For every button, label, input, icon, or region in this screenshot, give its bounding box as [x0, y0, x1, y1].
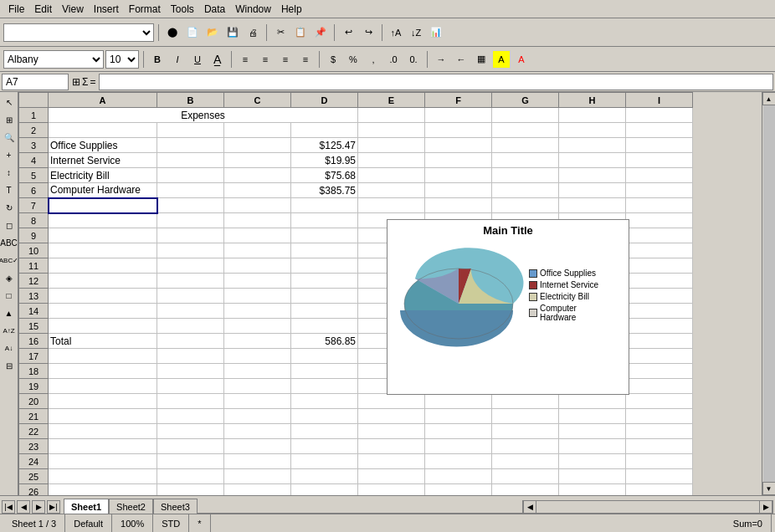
- bold-button[interactable]: B: [148, 50, 167, 69]
- cell-10-D[interactable]: [291, 243, 358, 258]
- cell-24-E[interactable]: [358, 454, 425, 469]
- cell-16-A[interactable]: Total: [49, 334, 157, 349]
- tool-group[interactable]: ◈: [1, 269, 18, 286]
- scroll-left-button[interactable]: ◀: [523, 500, 536, 514]
- style-combo[interactable]: [3, 23, 154, 42]
- cell-17-C[interactable]: [224, 349, 291, 364]
- cell-19-I[interactable]: [626, 379, 693, 394]
- cell-2-C[interactable]: [224, 123, 291, 138]
- cell-6-F[interactable]: [425, 183, 492, 198]
- cell-14-A[interactable]: [49, 304, 157, 319]
- cell-11-I[interactable]: [626, 258, 693, 274]
- cell-25-F[interactable]: [425, 469, 492, 484]
- cell-11-C[interactable]: [224, 258, 291, 274]
- cell-16-D[interactable]: 586.85: [291, 334, 358, 349]
- col-header-c[interactable]: C: [224, 93, 291, 108]
- cell-24-F[interactable]: [425, 454, 492, 469]
- cell-19-C[interactable]: [224, 379, 291, 394]
- formula-input[interactable]: [99, 74, 773, 90]
- col-header-e[interactable]: E: [358, 93, 425, 108]
- cell-11-D[interactable]: [291, 258, 358, 274]
- cell-20-I[interactable]: [626, 394, 693, 409]
- menu-help[interactable]: Help: [276, 2, 307, 17]
- cell-21-H[interactable]: [559, 409, 626, 424]
- cell-26-A[interactable]: [49, 484, 157, 496]
- cell-4-C[interactable]: [224, 153, 291, 168]
- cell-4-G[interactable]: [492, 153, 559, 168]
- comma-button[interactable]: ,: [364, 50, 382, 69]
- indent-decrease-button[interactable]: ←: [452, 50, 470, 69]
- cell-7-C[interactable]: [224, 198, 291, 213]
- menu-insert[interactable]: Insert: [89, 2, 124, 17]
- increase-decimal-button[interactable]: .0: [384, 50, 403, 69]
- cell-4-H[interactable]: [559, 153, 626, 168]
- cell-26-C[interactable]: [224, 484, 291, 496]
- tool-za[interactable]: A↓: [1, 340, 18, 356]
- cell-21-D[interactable]: [291, 409, 358, 424]
- indent-increase-button[interactable]: →: [432, 50, 450, 69]
- cell-22-C[interactable]: [224, 424, 291, 439]
- cell-3-H[interactable]: [559, 138, 626, 153]
- menu-format[interactable]: Format: [124, 2, 166, 17]
- menu-tools[interactable]: Tools: [166, 2, 199, 17]
- cell-23-A[interactable]: [49, 439, 157, 454]
- font-color-button[interactable]: A: [512, 50, 531, 69]
- tool-rotate[interactable]: ↻: [1, 199, 18, 216]
- toolbar-new-btn[interactable]: 📄: [183, 23, 202, 42]
- cell-24-A[interactable]: [49, 454, 157, 469]
- cell-5-F[interactable]: [425, 168, 492, 183]
- tool-zoom[interactable]: 🔍: [1, 129, 18, 146]
- scroll-right-button[interactable]: ▶: [759, 500, 772, 514]
- sheet-tab-1[interactable]: Sheet1: [64, 499, 109, 514]
- justify-button[interactable]: ≡: [296, 50, 315, 69]
- cell-26-H[interactable]: [559, 484, 626, 496]
- cell-2-F[interactable]: [425, 123, 492, 138]
- cell-26-I[interactable]: [626, 484, 693, 496]
- vertical-scrollbar[interactable]: ▲ ▼: [762, 92, 775, 495]
- cell-3-C[interactable]: [224, 138, 291, 153]
- underline-button[interactable]: U: [188, 50, 207, 69]
- cell-3-A[interactable]: Office Supplies: [49, 138, 157, 153]
- cell-15-B[interactable]: [157, 319, 224, 334]
- tool-cursor[interactable]: ↕: [1, 164, 18, 181]
- cell-18-C[interactable]: [224, 364, 291, 379]
- cell-21-E[interactable]: [358, 409, 425, 424]
- cell-22-H[interactable]: [559, 424, 626, 439]
- cell-5-H[interactable]: [559, 168, 626, 183]
- scroll-down-button[interactable]: ▼: [762, 482, 776, 495]
- cell-6-D[interactable]: $385.75: [291, 183, 358, 198]
- strikethrough-button[interactable]: A̲: [208, 50, 227, 69]
- cell-12-D[interactable]: [291, 274, 358, 289]
- toolbar-sort-asc-btn[interactable]: ↑A: [387, 23, 405, 42]
- horizontal-scrollbar[interactable]: ◀ ▶: [522, 500, 773, 514]
- cell-4-E[interactable]: [358, 153, 425, 168]
- cell-20-A[interactable]: [49, 394, 157, 409]
- cell-17-D[interactable]: [291, 349, 358, 364]
- cell-20-B[interactable]: [157, 394, 224, 409]
- formula-sum-icon[interactable]: Σ: [82, 76, 88, 88]
- menu-data[interactable]: Data: [199, 2, 230, 17]
- align-center-button[interactable]: ≡: [256, 50, 275, 69]
- tool-select[interactable]: ↖: [1, 94, 18, 110]
- percent-button[interactable]: %: [344, 50, 362, 69]
- currency-button[interactable]: $: [324, 50, 342, 69]
- tool-text[interactable]: T: [1, 182, 18, 198]
- cell-24-H[interactable]: [559, 454, 626, 469]
- align-right-button[interactable]: ≡: [276, 50, 295, 69]
- cell-25-G[interactable]: [492, 469, 559, 484]
- sheet-tab-3[interactable]: Sheet3: [153, 499, 198, 514]
- cell-23-G[interactable]: [492, 439, 559, 454]
- cell-9-C[interactable]: [224, 228, 291, 243]
- cell-6-C[interactable]: [224, 183, 291, 198]
- cell-18-A[interactable]: [49, 364, 157, 379]
- italic-button[interactable]: I: [168, 50, 187, 69]
- toolbar-redo-btn[interactable]: ↪: [359, 23, 377, 42]
- toolbar-cut-btn[interactable]: ✂: [271, 23, 290, 42]
- cell-5-I[interactable]: [626, 168, 693, 183]
- menu-view[interactable]: View: [57, 2, 89, 17]
- cell-1-H[interactable]: [559, 108, 626, 123]
- tab-prev-button[interactable]: ◀: [17, 500, 30, 514]
- cell-7-A[interactable]: [49, 198, 157, 213]
- toolbar-paste-btn[interactable]: 📌: [311, 23, 330, 42]
- tool-nav-up[interactable]: ▲: [1, 304, 18, 321]
